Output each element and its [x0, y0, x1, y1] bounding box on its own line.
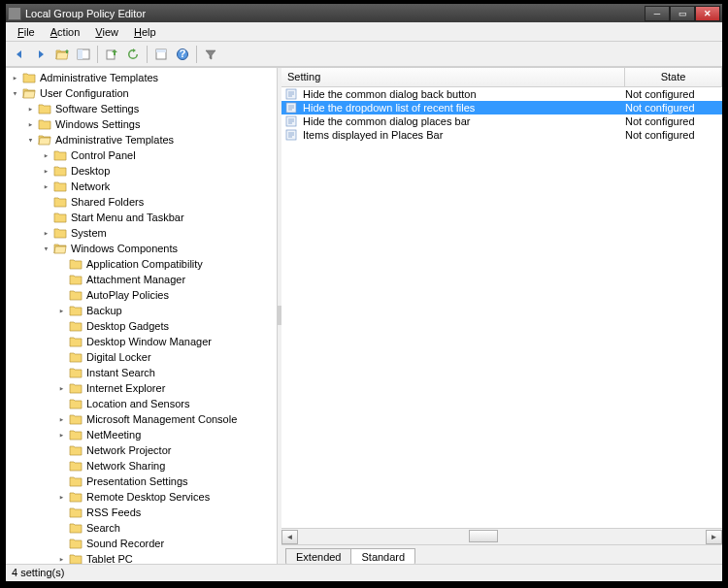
tree-gadgets[interactable]: ▸Desktop Gadgets	[56, 318, 277, 334]
folder-icon	[69, 491, 83, 503]
tree-windows-components[interactable]: ▾Windows Components	[41, 241, 277, 256]
tree-presentation[interactable]: ▸Presentation Settings	[56, 474, 277, 489]
col-header-state[interactable]: State	[625, 68, 722, 86]
tree-label: Digital Locker	[86, 351, 151, 363]
toolbar-separator	[97, 46, 98, 63]
tab-standard[interactable]: Standard	[350, 548, 415, 564]
folder-icon	[53, 243, 67, 254]
scroll-track[interactable]	[298, 530, 706, 544]
tree-attach_mgr[interactable]: ▸Attachment Manager	[56, 272, 277, 287]
body: ▸Administrative Templates▾User Configura…	[6, 67, 722, 564]
menu-view[interactable]: View	[87, 24, 126, 40]
expand-icon[interactable]: ▸	[41, 228, 51, 239]
titlebar[interactable]: Local Group Policy Editor ─ ▭ ✕	[6, 4, 722, 22]
tree-windows-settings[interactable]: ▸Windows Settings	[25, 116, 277, 132]
horizontal-scrollbar[interactable]: ◄ ►	[281, 528, 722, 544]
tree-backup[interactable]: ▸Backup	[56, 303, 277, 318]
tree-sound_rec[interactable]: ▸Sound Recorder	[56, 536, 277, 551]
tab-extended[interactable]: Extended	[285, 548, 351, 564]
menu-help[interactable]: Help	[126, 24, 164, 40]
tree-digital_locker[interactable]: ▸Digital Locker	[56, 349, 277, 365]
list-row[interactable]: Items displayed in Places BarNot configu…	[281, 128, 722, 142]
tree-label: Windows Settings	[55, 118, 140, 130]
policy-icon	[285, 102, 299, 114]
menu-file[interactable]: File	[10, 24, 43, 40]
tree-label: Desktop Gadgets	[86, 320, 169, 332]
tree-control-panel[interactable]: ▸Control Panel	[41, 147, 277, 163]
tree-rds[interactable]: ▸Remote Desktop Services	[56, 489, 277, 505]
tree-software-settings[interactable]: ▸Software Settings	[25, 101, 277, 116]
list-row[interactable]: Hide the common dialog places barNot con…	[281, 114, 722, 128]
tree-search[interactable]: ▸Search	[56, 520, 277, 536]
tree-system[interactable]: ▸System	[41, 225, 277, 241]
list-row[interactable]: Hide the dropdown list of recent filesNo…	[281, 101, 722, 114]
show-hide-tree-button[interactable]	[74, 45, 93, 64]
expand-icon[interactable]: ▸	[56, 492, 67, 503]
expand-icon[interactable]: ▸	[41, 166, 51, 177]
tree-rss[interactable]: ▸RSS Feeds	[56, 505, 277, 520]
folder-icon	[69, 258, 83, 270]
tree-instant_search[interactable]: ▸Instant Search	[56, 365, 277, 380]
scroll-left-button[interactable]: ◄	[281, 530, 298, 544]
properties-button[interactable]	[151, 45, 171, 64]
tree-mmc[interactable]: ▸Microsoft Management Console	[56, 411, 277, 427]
tree-label: Location and Sensors	[86, 398, 189, 409]
tree-app_compat[interactable]: ▸Application Compatibility	[56, 256, 277, 272]
tree-net_sharing[interactable]: ▸Network Sharing	[56, 458, 277, 474]
close-button[interactable]: ✕	[695, 6, 720, 21]
tree-admin-templates-top[interactable]: ▸Administrative Templates	[10, 70, 277, 85]
expand-icon[interactable]: ▸	[56, 306, 67, 316]
list-row[interactable]: Hide the common dialog back buttonNot co…	[281, 87, 722, 101]
expand-icon[interactable]: ▸	[56, 414, 67, 425]
tree-shared-folders[interactable]: ▸Shared Folders	[41, 194, 277, 210]
tree-pane[interactable]: ▸Administrative Templates▾User Configura…	[6, 68, 278, 564]
tree-autoplay[interactable]: ▸AutoPlay Policies	[56, 287, 277, 303]
tree-admin-templates[interactable]: ▾Administrative Templates	[25, 132, 277, 147]
maximize-button[interactable]: ▭	[670, 6, 695, 21]
tree-label: Administrative Templates	[40, 72, 158, 83]
up-button[interactable]	[52, 45, 72, 64]
forward-button[interactable]	[31, 45, 50, 64]
back-button[interactable]	[10, 45, 29, 64]
tree-label: Network Projector	[86, 444, 171, 456]
folder-icon	[69, 305, 83, 316]
scroll-thumb[interactable]	[469, 530, 498, 542]
policy-icon	[285, 129, 299, 141]
tree-label: Desktop Window Manager	[86, 336, 212, 347]
tree-dwm[interactable]: ▸Desktop Window Manager	[56, 334, 277, 349]
status-bar: 4 setting(s)	[6, 564, 722, 581]
setting-name: Hide the common dialog back button	[303, 88, 625, 100]
refresh-button[interactable]	[123, 45, 143, 64]
expand-icon[interactable]: ▸	[56, 554, 67, 565]
menu-action[interactable]: Action	[43, 24, 88, 40]
tree-network[interactable]: ▸Network	[41, 179, 277, 194]
tree-net_projector[interactable]: ▸Network Projector	[56, 442, 277, 458]
setting-name: Hide the dropdown list of recent files	[303, 102, 625, 114]
expand-icon[interactable]: ▸	[10, 73, 20, 83]
scroll-right-button[interactable]: ►	[706, 530, 722, 544]
list-body[interactable]: Hide the common dialog back buttonNot co…	[281, 87, 722, 528]
tree-user-config[interactable]: ▾User Configuration	[10, 85, 277, 101]
tree-tablet[interactable]: ▸Tablet PC	[56, 551, 277, 564]
tree-netmeeting[interactable]: ▸NetMeeting	[56, 427, 277, 442]
tree-desktop[interactable]: ▸Desktop	[41, 163, 277, 179]
expand-icon[interactable]: ▸	[41, 150, 51, 161]
expand-icon[interactable]: ▾	[25, 135, 36, 146]
expand-icon[interactable]: ▾	[41, 244, 51, 254]
expand-icon[interactable]: ▸	[25, 119, 36, 130]
tree-loc_sensors[interactable]: ▸Location and Sensors	[56, 396, 277, 411]
expand-icon[interactable]: ▸	[56, 383, 67, 394]
export-button[interactable]	[102, 45, 121, 64]
expand-icon[interactable]: ▸	[56, 430, 67, 441]
minimize-button[interactable]: ─	[645, 6, 670, 21]
filter-button[interactable]	[201, 45, 220, 64]
expand-icon[interactable]: ▸	[41, 181, 51, 192]
expand-icon[interactable]: ▾	[10, 88, 20, 99]
tree-start-menu[interactable]: ▸Start Menu and Taskbar	[41, 210, 277, 225]
folder-icon	[69, 398, 83, 409]
tree-ie[interactable]: ▸Internet Explorer	[56, 380, 277, 396]
policy-icon	[285, 115, 299, 127]
expand-icon[interactable]: ▸	[25, 104, 36, 114]
help-button[interactable]: ?	[173, 45, 192, 64]
col-header-setting[interactable]: Setting	[281, 68, 625, 86]
